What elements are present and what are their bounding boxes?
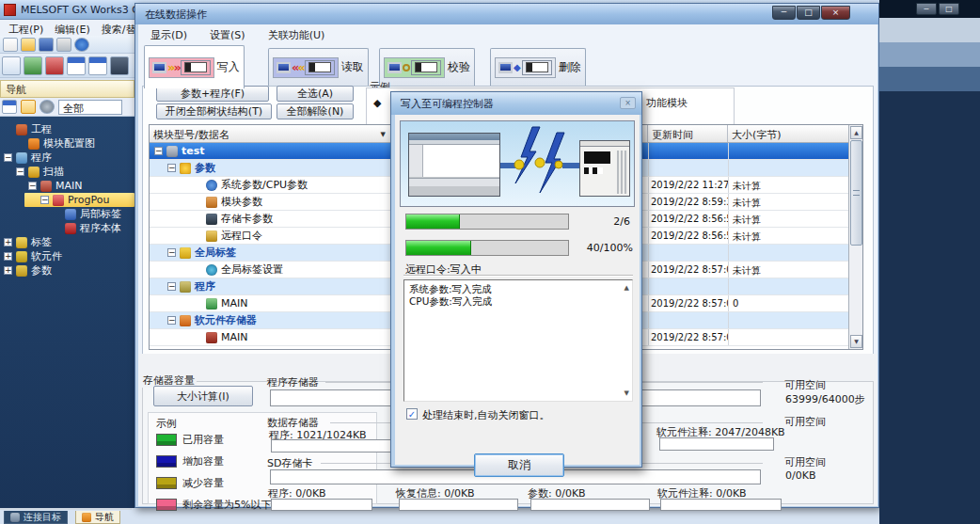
nav-tree-item-5[interactable]: −ProgPou [24,193,134,207]
deselect-all-button[interactable]: 全部解除(N) [277,103,354,119]
expand-toggle-icon[interactable]: − [154,147,163,155]
auto-close-checkbox[interactable]: ✓ [406,408,418,420]
expand-toggle-icon[interactable]: − [4,153,12,162]
library-icon[interactable] [24,56,42,75]
print-icon[interactable] [56,38,71,52]
progress-dialog-titlebar[interactable]: 写入至可编程控制器 [391,92,641,115]
background-band [879,18,980,42]
background-window-strip: ─ □ [879,0,980,524]
module-icon[interactable] [45,56,64,75]
desktop: MELSOFT GX Works3 C:\U 工程(P) 编辑(E) 搜索/替 … [0,0,980,524]
menu-settings[interactable]: 设置(S) [205,27,250,40]
menu-display[interactable]: 显示(D) [146,27,192,40]
dialog-titlebar[interactable]: 在线数据操作 [135,4,878,24]
nav-tree-item-9[interactable]: +软元件 [0,249,134,263]
parameter-group-icon [180,163,191,174]
cell-updated-time: 2019/2/22 11:27:21 [648,177,728,193]
expand-toggle-icon[interactable]: − [167,164,176,172]
expand-toggle-icon[interactable]: + [4,266,12,275]
expand-toggle-icon[interactable]: − [16,167,24,176]
dock-tab-navigation[interactable]: 导航 [75,511,120,524]
write-tab-iconpanel [149,57,214,78]
row-label: 系统参数/CPU参数 [221,178,308,192]
tab-write[interactable]: 写入 [144,45,245,88]
nav-tree-item-8[interactable]: +标签 [0,235,134,249]
background-minimize-button[interactable]: ─ [916,3,937,15]
scroll-down-icon[interactable]: ▼ [850,335,862,348]
close-button[interactable]: × [821,6,850,20]
column-header-updated[interactable]: 更新时间 [648,125,728,142]
menu-related-functions[interactable]: 关联功能(U) [263,27,330,40]
footer-meter-2 [530,499,650,511]
expand-toggle-icon[interactable]: − [167,248,176,257]
menu-search-replace[interactable]: 搜索/替 [97,22,134,34]
global-label-setting-icon [206,264,217,276]
program-window-icon[interactable] [67,56,86,75]
gear-icon[interactable] [40,100,55,114]
progress-log[interactable]: 系统参数:写入完成 CPU参数:写入完成 ▲ ▼ [403,279,633,402]
melsoft-app-icon [4,4,16,16]
expand-toggle-icon[interactable]: + [4,252,12,261]
menu-project[interactable]: 工程(P) [4,22,48,34]
help-icon[interactable] [74,38,89,52]
expand-toggle-icon[interactable]: − [167,282,176,291]
scrollbar-thumb[interactable] [850,140,862,246]
nav-tree-item-0[interactable]: 工程 [0,122,134,136]
open-icon[interactable] [21,38,36,52]
nav-tree-item-7[interactable]: 程序本体 [0,221,134,235]
filter-arrow-icon[interactable]: ▼ [381,131,386,138]
sort-icon[interactable] [21,100,36,114]
expand-toggle-icon[interactable]: − [167,316,176,325]
progress-close-icon[interactable]: × [620,97,636,109]
log-scroll-down-icon[interactable]: ▼ [624,389,629,397]
nav-item-label: 参数 [31,263,52,278]
expand-toggle-icon[interactable]: − [40,196,49,204]
project-tree-icon[interactable] [2,56,21,75]
read-arrows-icon [292,63,304,72]
tab-label: 写入 [217,59,240,75]
legend-item-label: 减少容量 [182,476,224,490]
background-maximize-button[interactable]: □ [939,3,959,15]
write-arrows-icon [167,63,180,72]
minimize-button[interactable]: ─ [772,6,796,20]
delete-tab-iconpanel [495,57,556,78]
read-tab-iconpanel [273,57,339,78]
size-calculation-button[interactable]: 大小计算(I) [153,386,253,406]
program-main-icon [206,298,217,310]
nav-tree-item-6[interactable]: 局部标签 [0,207,134,221]
save-icon[interactable] [39,38,54,52]
scroll-up-icon[interactable]: ▲ [850,126,862,139]
tab-verify[interactable]: 校验 [379,48,475,86]
log-scroll-up-icon[interactable]: ▲ [624,284,629,292]
nav-tree-item-1[interactable]: 模块配置图 [0,136,134,151]
nav-tree-item-4[interactable]: −MAIN [0,179,134,193]
expand-toggle-icon[interactable]: + [4,238,12,246]
select-all-button[interactable]: 全选(A) [277,86,354,102]
tab-label: 校验 [448,59,470,75]
dock-tab-connect-target[interactable]: 连接目标 [4,511,68,524]
navigation-filter-combo[interactable]: 全部 [58,100,122,115]
new-doc-icon[interactable] [3,38,18,52]
column-header-size[interactable]: 大小(字节) [728,125,836,142]
nav-tree-item-10[interactable]: +参数 [0,263,134,278]
computer-icon [498,62,513,73]
vertical-scrollbar[interactable]: ▲ ▼ [848,125,862,349]
row-label: 模块参数 [221,195,262,209]
cell-updated-time: 2019/2/22 8:59:30 [648,194,728,210]
nav-tree-item-2[interactable]: −程序 [0,151,134,165]
cell-size [728,143,836,159]
label-icon [16,237,27,248]
menu-edit[interactable]: 编辑(E) [50,22,95,34]
nav-tree-item-3[interactable]: −扫描 [0,165,134,179]
maximize-button[interactable]: □ [797,6,820,20]
toggle-tree-button[interactable]: 开闭全部树状结构(T) [156,103,272,119]
find-icon[interactable] [110,56,129,75]
ladder-window-icon[interactable] [88,56,107,75]
cancel-button[interactable]: 取消 [474,453,564,477]
tree-collapse-icon[interactable] [2,100,17,114]
tab-delete[interactable]: 删除 [490,48,586,86]
connect-target-icon [10,513,20,522]
expand-toggle-icon[interactable]: − [28,182,37,190]
plc-project-icon [166,146,178,157]
tab-read[interactable]: 读取 [268,48,369,86]
